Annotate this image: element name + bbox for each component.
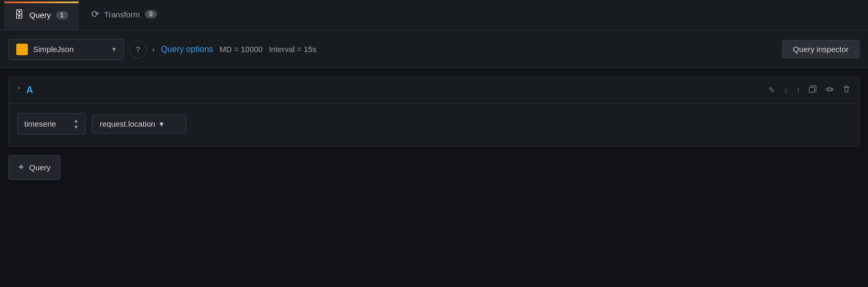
stepper-arrows[interactable]: ▲ ▼ <box>73 118 79 130</box>
collapse-icon[interactable]: ˅ <box>17 86 21 94</box>
query-header: ˅ A ✎ ↓ ↑ <box>9 77 859 104</box>
expand-icon[interactable]: › <box>152 45 155 54</box>
query-options-area: › Query options MD = 10000 Interval = 15… <box>152 45 777 54</box>
tab-transform-badge: 0 <box>145 10 157 18</box>
type-select[interactable]: timeserie ▲ ▼ <box>17 113 86 135</box>
query-options-interval: Interval = 15s <box>269 45 316 54</box>
tab-query[interactable]: 🗄 Query 1 <box>4 0 79 30</box>
transform-icon: ⟳ <box>91 8 99 20</box>
delete-icon[interactable] <box>842 85 851 96</box>
query-actions: ✎ ↓ ↑ <box>768 85 851 96</box>
svg-rect-3 <box>809 87 814 93</box>
svg-rect-1 <box>18 50 26 52</box>
visibility-icon[interactable] <box>825 85 834 96</box>
datasource-chevron-icon: ▾ <box>112 45 116 53</box>
move-down-icon[interactable]: ↓ <box>784 86 788 95</box>
metric-select[interactable]: request.location ▾ <box>92 115 186 134</box>
svg-rect-0 <box>18 47 26 49</box>
database-icon: 🗄 <box>15 9 24 20</box>
tab-bar: 🗄 Query 1 ⟳ Transform 0 <box>0 0 868 30</box>
datasource-icon <box>16 44 28 55</box>
query-options-md: MD = 10000 <box>219 45 262 54</box>
help-icon: ? <box>136 45 140 54</box>
move-up-icon[interactable]: ↑ <box>796 86 800 95</box>
query-letter: A <box>26 85 768 96</box>
datasource-selector[interactable]: SimpleJson ▾ <box>8 39 124 60</box>
help-button[interactable]: ? <box>129 40 147 58</box>
stepper-up-icon: ▲ <box>73 118 79 124</box>
datasource-name: SimpleJson <box>33 45 107 54</box>
edit-icon[interactable]: ✎ <box>768 85 775 95</box>
toolbar: SimpleJson ▾ ? › Query options MD = 1000… <box>0 30 868 68</box>
tab-query-label: Query <box>29 11 51 19</box>
duplicate-icon[interactable] <box>809 85 817 96</box>
query-options-label[interactable]: Query options <box>161 45 214 54</box>
add-icon: + <box>18 162 24 173</box>
metric-chevron-icon: ▾ <box>160 119 164 129</box>
type-select-value: timeserie <box>24 119 68 128</box>
query-inspector-button[interactable]: Query inspector <box>782 40 860 58</box>
query-section: ˅ A ✎ ↓ ↑ <box>8 77 860 147</box>
add-query-button[interactable]: + Query <box>8 155 60 180</box>
tab-query-badge: 1 <box>56 11 68 19</box>
metric-select-value: request.location <box>100 119 155 128</box>
add-query-label: Query <box>29 163 51 172</box>
tab-transform-label: Transform <box>104 10 140 19</box>
query-body: timeserie ▲ ▼ request.location ▾ <box>9 104 859 146</box>
stepper-down-icon: ▼ <box>73 124 79 130</box>
tab-transform[interactable]: ⟳ Transform 0 <box>81 0 167 30</box>
